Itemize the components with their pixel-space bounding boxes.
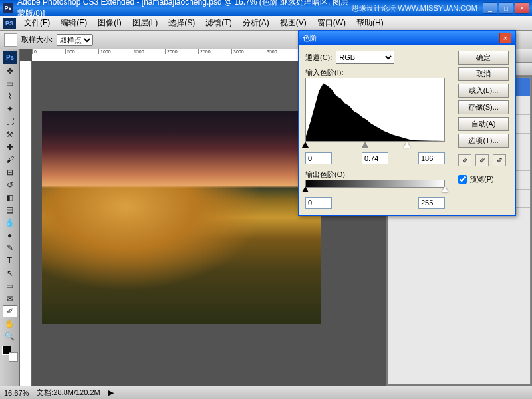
menu-edit[interactable]: 编辑(E): [55, 16, 92, 30]
minimize-button[interactable]: _: [483, 2, 497, 14]
close-button[interactable]: ×: [515, 2, 529, 14]
sample-size-select[interactable]: 取样点: [57, 34, 93, 46]
input-gamma-slider[interactable]: [362, 142, 368, 148]
path-select-tool[interactable]: ↖: [3, 267, 17, 279]
output-black-slider[interactable]: [302, 186, 309, 192]
channel-label: 通道(C):: [305, 53, 332, 63]
options-button[interactable]: 选项(T)...: [458, 134, 509, 148]
auto-button[interactable]: 自动(A): [458, 117, 509, 131]
doc-info: 文档:28.8M/120.2M: [37, 388, 100, 398]
input-gamma-field[interactable]: [362, 152, 388, 164]
levels-dialog: 色阶 × 通道(C): RGB 输入色阶(I):: [298, 30, 516, 216]
histogram: [305, 78, 445, 142]
notes-tool[interactable]: ✉: [3, 293, 17, 305]
gray-eyedropper-icon[interactable]: ✐: [475, 154, 489, 166]
output-slider-track[interactable]: [305, 188, 445, 194]
menu-image[interactable]: 图像(I): [92, 16, 126, 30]
app-icon: Ps: [3, 3, 13, 13]
output-gradient: [305, 180, 445, 188]
preview-checkbox[interactable]: 预览(P): [458, 174, 509, 184]
output-white-field[interactable]: [418, 197, 445, 209]
input-white-slider[interactable]: [404, 142, 410, 148]
menu-filter[interactable]: 滤镜(T): [200, 16, 237, 30]
sample-size-label: 取样大小:: [21, 35, 53, 45]
stamp-tool[interactable]: ⊟: [3, 166, 17, 178]
status-arrow-icon[interactable]: ▶: [108, 388, 114, 397]
input-black-field[interactable]: [305, 152, 332, 164]
input-white-field[interactable]: [418, 152, 445, 164]
menu-select[interactable]: 选择(S): [163, 16, 200, 30]
menu-layer[interactable]: 图层(L): [127, 16, 164, 30]
svg-marker-0: [306, 84, 444, 141]
ok-button[interactable]: 确定: [458, 51, 509, 65]
history-brush-tool[interactable]: ↺: [3, 179, 17, 191]
input-black-slider[interactable]: [302, 142, 309, 148]
pen-tool[interactable]: ✎: [3, 242, 17, 254]
black-eyedropper-icon[interactable]: ✐: [458, 154, 471, 166]
crop-tool[interactable]: ⛶: [3, 116, 17, 128]
toolbox: Ps ✥ ▭ ⌇ ✦ ⛶ ⚒ ✚ 🖌 ⊟ ↺ ◧ ▤ 💧 ● ✎ T ↖ ▭ ✉…: [0, 49, 20, 386]
color-swatches[interactable]: [2, 346, 18, 362]
dodge-tool[interactable]: ●: [3, 229, 17, 241]
preview-label: 预览(P): [469, 174, 494, 184]
zoom-level[interactable]: 16.67%: [4, 389, 29, 397]
shape-tool[interactable]: ▭: [3, 280, 17, 292]
cancel-button[interactable]: 取消: [458, 67, 509, 81]
heal-tool[interactable]: ✚: [3, 141, 17, 153]
output-levels-label: 输出色阶(O):: [305, 170, 452, 180]
blur-tool[interactable]: 💧: [3, 217, 17, 229]
output-white-slider[interactable]: [442, 186, 448, 192]
load-button[interactable]: 载入(L)...: [458, 84, 509, 98]
toolbox-header-icon: Ps: [3, 51, 17, 64]
status-bar: 16.67% 文档:28.8M/120.2M ▶: [0, 386, 532, 399]
menu-file[interactable]: 文件(F): [19, 16, 55, 30]
tool-preset-icon[interactable]: [4, 33, 17, 47]
dialog-titlebar[interactable]: 色阶 ×: [299, 31, 515, 45]
input-slider-track[interactable]: [305, 143, 445, 150]
wand-tool[interactable]: ✦: [3, 103, 17, 115]
move-tool[interactable]: ✥: [3, 65, 17, 77]
output-black-field[interactable]: [305, 197, 332, 209]
hand-tool[interactable]: ✋: [3, 318, 17, 330]
zoom-tool[interactable]: 🔍: [3, 331, 17, 342]
white-eyedropper-icon[interactable]: ✐: [493, 154, 506, 166]
menu-help[interactable]: 帮助(H): [351, 16, 389, 30]
marquee-tool[interactable]: ▭: [3, 78, 17, 90]
dialog-title: 色阶: [303, 33, 499, 43]
maximize-button[interactable]: □: [499, 2, 513, 14]
window-titlebar: Ps Adobe Photoshop CS3 Extended - [hamab…: [0, 0, 532, 16]
lasso-tool[interactable]: ⌇: [3, 90, 17, 102]
dialog-close-button[interactable]: ×: [499, 33, 511, 43]
type-tool[interactable]: T: [3, 255, 17, 267]
preview-checkbox-input[interactable]: [458, 175, 467, 184]
brush-tool[interactable]: 🖌: [3, 154, 17, 166]
gradient-tool[interactable]: ▤: [3, 204, 17, 216]
watermark-text: 思缘设计论坛 WWW.MISSYUAN.COM: [352, 3, 477, 13]
document-image: [42, 111, 321, 324]
menu-view[interactable]: 视图(V): [275, 16, 312, 30]
ruler-vertical: [20, 61, 32, 386]
menu-window[interactable]: 窗口(W): [312, 16, 351, 30]
ps-logo-icon: PS: [3, 18, 16, 29]
channel-select[interactable]: RGB: [336, 51, 394, 64]
menu-analysis[interactable]: 分析(A): [237, 16, 275, 30]
menu-bar: PS 文件(F) 编辑(E) 图像(I) 图层(L) 选择(S) 滤镜(T) 分…: [0, 16, 532, 31]
save-button[interactable]: 存储(S)...: [458, 100, 509, 114]
eyedropper-tool[interactable]: ✐: [3, 305, 17, 317]
input-levels-label: 输入色阶(I):: [305, 68, 452, 78]
slice-tool[interactable]: ⚒: [3, 128, 17, 140]
eraser-tool[interactable]: ◧: [3, 192, 17, 203]
